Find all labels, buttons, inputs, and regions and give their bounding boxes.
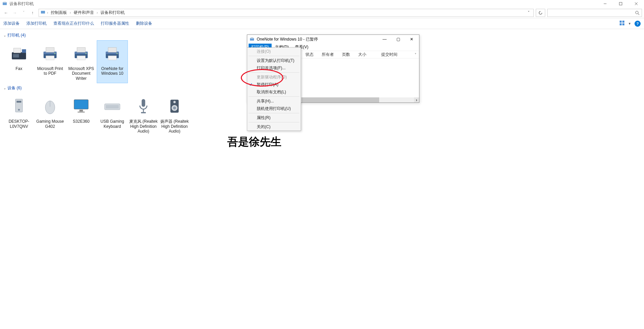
- breadcrumb-item-2[interactable]: 设备和打印机: [99, 10, 126, 16]
- menu-cancel-all[interactable]: 取消所有文档(L): [247, 88, 301, 96]
- svg-rect-19: [46, 48, 54, 52]
- svg-rect-3: [619, 2, 622, 5]
- breadcrumb[interactable]: › 控制面板 › 硬件和声音 › 设备和打印机 ˅: [39, 9, 534, 17]
- svg-point-31: [116, 53, 118, 54]
- svg-rect-50: [250, 38, 254, 41]
- device-label: Microsoft Print to PDF: [36, 66, 65, 76]
- minimize-button[interactable]: [597, 0, 613, 7]
- recent-dropdown[interactable]: ˅: [20, 9, 28, 17]
- svg-rect-10: [622, 21, 624, 23]
- menu-update-driver[interactable]: 更新驱动程序(D): [247, 73, 301, 81]
- svg-rect-30: [108, 56, 117, 60]
- svg-rect-12: [622, 23, 624, 25]
- scrollbar-thumb[interactable]: [301, 97, 379, 102]
- forward-button[interactable]: →: [11, 9, 19, 17]
- close-button[interactable]: [628, 0, 644, 7]
- maximize-button[interactable]: [613, 0, 628, 7]
- device-label: S32E360: [73, 119, 89, 124]
- up-button[interactable]: ↑: [28, 9, 37, 17]
- svg-rect-51: [251, 37, 253, 39]
- menu-sharing[interactable]: 共享(H)...: [247, 97, 301, 105]
- printer-icon: [249, 37, 255, 42]
- device-icon: [8, 95, 30, 117]
- subwin-minimize[interactable]: —: [381, 37, 388, 42]
- search-input[interactable]: [547, 9, 642, 17]
- printer-item[interactable]: Microsoft XPS Document Writer: [66, 40, 97, 83]
- svg-rect-24: [77, 48, 86, 52]
- menu-use-offline[interactable]: 脱机使用打印机(U): [247, 105, 301, 112]
- col-size[interactable]: 大小: [354, 52, 370, 57]
- refresh-button[interactable]: [536, 9, 545, 17]
- svg-rect-43: [142, 99, 145, 107]
- subwindow-titlebar[interactable]: OneNote for Windows 10 - 已暂停 — ▢ ✕: [247, 35, 419, 44]
- menu-properties[interactable]: 属性(R): [247, 114, 301, 121]
- device-icon: [164, 95, 185, 117]
- svg-rect-1: [3, 2, 6, 3]
- horizontal-scrollbar[interactable]: ›: [301, 97, 419, 102]
- help-button[interactable]: ?: [635, 21, 641, 27]
- menu-connect[interactable]: 连接(O): [247, 48, 301, 55]
- view-options-button[interactable]: [619, 20, 625, 27]
- svg-rect-11: [620, 23, 622, 25]
- device-item[interactable]: USB Gaming Keyboard: [97, 93, 128, 136]
- toolbar-add-printer[interactable]: 添加打印机: [26, 21, 47, 26]
- menu-separator: [249, 72, 299, 73]
- svg-rect-0: [3, 2, 7, 5]
- svg-rect-40: [78, 112, 85, 113]
- group-label: 设备 (6): [7, 85, 22, 91]
- device-label: DESKTOP-L0V7QNV: [4, 119, 33, 129]
- printer-item[interactable]: OneNote for Windows 10: [97, 40, 128, 83]
- device-label: Microsoft XPS Document Writer: [67, 66, 96, 81]
- svg-rect-45: [141, 112, 146, 114]
- printer-icon: [39, 43, 61, 64]
- col-status[interactable]: 状态: [301, 52, 318, 57]
- scroll-right-arrow[interactable]: ›: [414, 97, 419, 102]
- col-submitted[interactable]: 提交时间: [377, 52, 401, 57]
- check-icon: ✓: [249, 82, 253, 87]
- device-item[interactable]: DESKTOP-L0V7QNV: [3, 93, 34, 136]
- col-pages[interactable]: 页数: [338, 52, 354, 57]
- window-title: 设备和打印机: [9, 1, 34, 7]
- device-item[interactable]: 扬声器 (Realtek High Definition Audio): [159, 93, 190, 136]
- subwin-maximize[interactable]: ▢: [395, 37, 401, 42]
- columns-overflow-chevron[interactable]: ˅: [415, 53, 419, 56]
- svg-rect-37: [74, 100, 88, 109]
- svg-rect-33: [17, 101, 21, 102]
- toolbar-see-printing[interactable]: 查看现在正在打印什么: [53, 21, 94, 26]
- toolbar-print-server-props[interactable]: 打印服务器属性: [101, 21, 129, 26]
- breadcrumb-sep: ›: [97, 11, 98, 15]
- svg-rect-6: [41, 11, 45, 14]
- menu-printing-prefs[interactable]: 打印首选项(F)...: [247, 64, 301, 72]
- breadcrumb-item-0[interactable]: 控制面板: [49, 10, 68, 16]
- toolbar-add-device[interactable]: 添加设备: [3, 21, 20, 26]
- subwin-close[interactable]: ✕: [408, 37, 415, 42]
- address-bar: ← → ˅ ↑ › 控制面板 › 硬件和声音 › 设备和打印机 ˅: [0, 7, 644, 18]
- address-dropdown[interactable]: ˅: [525, 10, 532, 15]
- menu-set-default[interactable]: 设置为默认打印机(T): [247, 57, 301, 64]
- svg-point-7: [636, 11, 638, 14]
- toolbar-remove-device[interactable]: 删除设备: [136, 21, 152, 26]
- svg-point-34: [18, 109, 20, 111]
- back-button[interactable]: ←: [2, 9, 10, 17]
- device-item[interactable]: S32E360: [66, 93, 97, 136]
- printer-item[interactable]: Microsoft Print to PDF: [34, 40, 66, 83]
- svg-rect-16: [13, 54, 19, 58]
- printer-menu-dropdown: 连接(O) 设置为默认打印机(T) 打印首选项(F)... 更新驱动程序(D) …: [247, 47, 301, 131]
- col-owner[interactable]: 所有者: [318, 52, 338, 57]
- breadcrumb-item-1[interactable]: 硬件和声音: [72, 10, 95, 16]
- svg-rect-9: [620, 21, 622, 23]
- menu-close[interactable]: 关闭(C): [247, 123, 301, 131]
- printer-item[interactable]: Fax: [3, 40, 34, 83]
- svg-rect-25: [77, 56, 86, 60]
- watermark-text: 吾是徐先生: [227, 135, 281, 149]
- device-label: OneNote for Windows 10: [98, 66, 127, 76]
- window-titlebar: 设备和打印机: [0, 0, 644, 7]
- device-item[interactable]: 麦克风 (Realtek High Definition Audio): [128, 93, 159, 136]
- svg-rect-29: [108, 48, 117, 52]
- device-icon: [101, 95, 123, 117]
- device-item[interactable]: Gaming Mouse G402: [34, 93, 66, 136]
- svg-point-21: [54, 53, 55, 54]
- view-dropdown-chevron[interactable]: ▼: [628, 22, 631, 25]
- menu-pause-printing[interactable]: ✓暂停打印(A): [247, 81, 301, 88]
- subwindow-title: OneNote for Windows 10 - 已暂停: [257, 37, 318, 42]
